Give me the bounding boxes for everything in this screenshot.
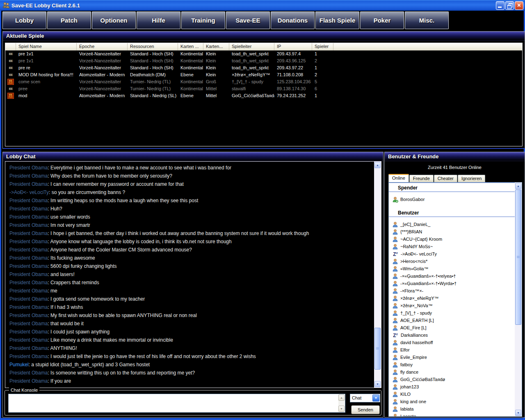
cell-karten: Mittel xyxy=(203,92,229,99)
table-row[interactable]: EEpre reVorzeit-NanozeitalterStandard - … xyxy=(5,64,522,71)
user-list-item[interactable]: _[eC]_DanieL_ xyxy=(389,221,515,228)
nav-button-flash-spiele[interactable]: Flash Spiele xyxy=(315,11,359,29)
user-list-item[interactable]: {***}BRiAN xyxy=(389,228,515,235)
user-list-item[interactable]: david hasselhoff xyxy=(389,339,515,346)
user-list-item[interactable]: Zz->AoĐ<- veLociTy xyxy=(389,250,515,258)
user-list-item[interactable]: ZzDarkalliances xyxy=(389,331,515,339)
chat-message-text: I hope i get banned, the other day i thi… xyxy=(50,231,309,236)
restore-button[interactable] xyxy=(505,1,514,10)
tab-ignorieren[interactable]: Ignorieren xyxy=(458,175,486,182)
user-list-item[interactable]: BorosGabor xyxy=(389,196,515,203)
user-name: BorosGabor xyxy=(400,197,425,202)
user-list-item[interactable]: AOE_Fire [L] xyxy=(389,324,515,331)
game-type-cell: EE xyxy=(5,64,16,71)
nav-button-training[interactable]: Training xyxy=(181,11,225,29)
chat-scrollbar-thumb[interactable] xyxy=(374,328,381,370)
nav-button-misc[interactable]: Misc. xyxy=(405,11,449,29)
tab-cheater[interactable]: Cheater xyxy=(434,175,457,182)
user-list-item[interactable]: ×žêrø×_eNeRgY™ xyxy=(389,294,515,302)
scroll-down-icon[interactable]: ▼ xyxy=(515,410,521,416)
user-list-item[interactable]: labiata xyxy=(389,405,515,413)
nav-button-lobby[interactable]: Lobby xyxy=(2,11,46,29)
user-list-item[interactable]: king and one xyxy=(389,398,515,405)
scroll-down-icon[interactable]: ▼ xyxy=(338,406,345,412)
column-header-epoche[interactable]: Epoche xyxy=(77,43,128,50)
chat-message-text: a stupid Idiot (toad_th_wet_sprkt) and 3… xyxy=(31,362,150,368)
cell-ressourcen: Turnier- Niedrig (TL) xyxy=(128,85,178,92)
scroll-up-icon[interactable]: ▲ xyxy=(515,183,521,189)
user-icon xyxy=(392,325,398,331)
chat-message: President Obama: 5600 dpi funky changing… xyxy=(9,262,373,270)
user-list-item[interactable]: -×Flora™×- xyxy=(389,287,515,294)
user-list-item[interactable]: fatboy xyxy=(389,361,515,368)
user-list-item[interactable]: ×žêrø×_NoVa™ xyxy=(389,302,515,309)
table-row[interactable]: EEpre 1v1Vorzeit-NanozeitalterStandard -… xyxy=(5,57,522,64)
chat-input[interactable] xyxy=(9,394,338,412)
user-list-item[interactable]: Elfor xyxy=(389,346,515,354)
nav-button-optionen[interactable]: Optionen xyxy=(92,11,136,29)
column-header-spiel-name[interactable]: Spiel Name xyxy=(16,43,77,50)
chat-message: President Obama: I could just spawn anyt… xyxy=(9,328,373,336)
users-scrollbar[interactable]: ▲ ▼ xyxy=(515,183,522,416)
user-icon xyxy=(392,236,398,242)
column-header-karten[interactable]: Karten... xyxy=(203,43,229,50)
channel-select[interactable]: Chat ▼ xyxy=(350,394,380,402)
chat-message-text: and lasers! xyxy=(50,272,75,277)
game-type-cell: EE xyxy=(5,85,16,92)
scroll-up-icon[interactable]: ▲ xyxy=(338,395,345,401)
chat-message: President Obama: Everytime i get banned … xyxy=(9,164,373,172)
column-header-icon[interactable] xyxy=(5,43,16,50)
scroll-up-icon[interactable]: ▲ xyxy=(374,162,381,168)
cell-ressourcen: Deathmatch (DM) xyxy=(128,71,178,78)
table-row[interactable]: EEAoCmodAtomzeitalter - ModernStandard -… xyxy=(5,92,522,99)
user-list-item[interactable]: ~RaNdY MoSs~ xyxy=(389,243,515,250)
table-row[interactable]: EEMOD DM hosting for flora!!!Atomzeitalt… xyxy=(5,71,522,78)
user-list-item[interactable]: †_[V]_† - spudy xyxy=(389,309,515,317)
cell-fill xyxy=(333,85,522,92)
user-list-item[interactable]: GoG_CiććiøBašTaяdø xyxy=(389,376,515,383)
user-list-item[interactable]: ~ACU~{Capt} Kroom xyxy=(389,235,515,243)
tab-freunde[interactable]: Freunde xyxy=(409,175,434,182)
table-row[interactable]: EEAoCcome scenVorzeit-NanozeitalterTurni… xyxy=(5,78,522,85)
user-icon xyxy=(392,244,398,250)
column-header-karten[interactable]: Karten ... xyxy=(178,43,203,50)
game-type-cell: EE xyxy=(5,57,16,64)
chat-message: President Obama: Im not very smartr xyxy=(9,221,373,229)
nav-button-hilfe[interactable]: Hilfe xyxy=(137,11,180,29)
chat-input-scrollbar[interactable]: ▲ ▼ xyxy=(338,394,345,412)
table-row[interactable]: EEpreeVorzeit-NanozeitalterTurnier- Nied… xyxy=(5,85,522,92)
user-list-item[interactable]: Evile_Empire xyxy=(389,354,515,361)
cell-spieler: 1 xyxy=(312,50,333,57)
users-scrollbar-thumb[interactable] xyxy=(515,189,521,325)
nav-button-poker[interactable]: Poker xyxy=(360,11,404,29)
user-list-item[interactable]: fly dance xyxy=(389,368,515,376)
game-icon-ee-aoc: EEAoC xyxy=(7,93,14,99)
table-row[interactable]: EEpre 1v1Vorzeit-NanozeitalterStandard -… xyxy=(5,50,522,57)
close-button[interactable]: ✕ xyxy=(515,1,523,10)
user-list-item[interactable]: -×«Ģuaяdianŝ»×-†•relyea•† xyxy=(389,272,515,280)
chat-scrollbar[interactable]: ▲ ▼ xyxy=(374,162,381,388)
tab-online[interactable]: Online xyxy=(388,174,409,182)
send-button[interactable]: Senden xyxy=(351,405,380,414)
chat-message: President Obama: If i had 3 wishs xyxy=(9,303,373,311)
column-header-ip[interactable]: IP xyxy=(274,43,312,50)
column-header-spielleiter[interactable]: Spielleiter xyxy=(229,43,274,50)
user-list-item[interactable]: AOE_EARTH [L] xyxy=(389,317,515,324)
user-list-item[interactable]: KILO xyxy=(389,390,515,398)
column-header-spieler[interactable]: Spieler xyxy=(312,43,333,50)
cell-epoche: Atomzeitalter - Modern xyxy=(77,71,128,78)
user-list-item[interactable]: -×«Ģuaяdianŝ»×-†•Wyrda•† xyxy=(389,280,515,287)
minimize-button[interactable] xyxy=(496,1,504,10)
nav-button-patch[interactable]: Patch xyxy=(47,11,91,29)
user-list-item[interactable]: >Heros<=cis* xyxy=(389,258,515,265)
column-header-ressourcen[interactable]: Ressourcen xyxy=(128,43,178,50)
user-list-item[interactable]: johan123 xyxy=(389,383,515,390)
user-list-item[interactable]: «Wm»Golia™ xyxy=(389,265,515,272)
nav-button-donations[interactable]: Donations xyxy=(271,11,315,29)
user-name: -×«Ģuaяdianŝ»×-†•relyea•† xyxy=(400,274,456,278)
nav-button-save-ee[interactable]: Save-EE xyxy=(226,11,270,29)
scroll-down-icon[interactable]: ▼ xyxy=(374,381,381,387)
chat-message-text: 5600 dpi funky changing lights xyxy=(50,263,116,269)
chevron-down-icon[interactable]: ▼ xyxy=(372,395,379,402)
user-list-item[interactable]: Lacoste xyxy=(389,413,515,416)
